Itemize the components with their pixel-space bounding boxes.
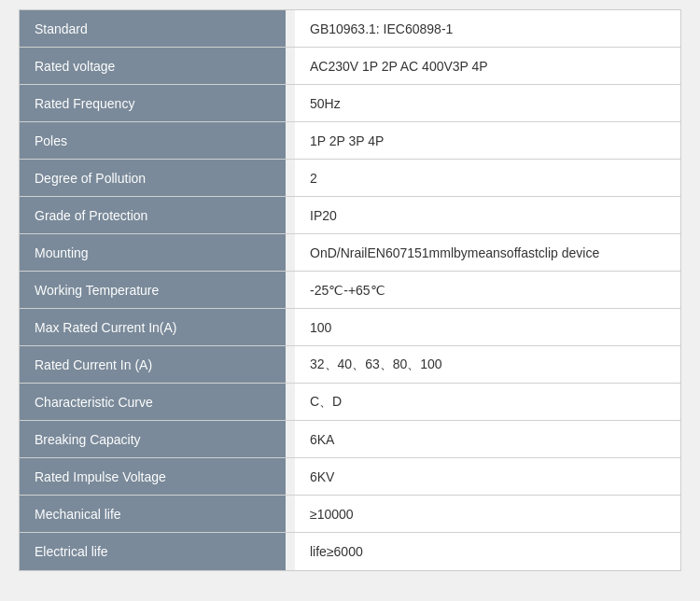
label-degree-of-pollution: Degree of Pollution	[20, 160, 286, 196]
table-row: Rated Current In (A)32、40、63、80、100	[20, 346, 680, 384]
cell-divider	[286, 533, 295, 570]
value-characteristic-curve: C、D	[295, 384, 680, 420]
table-row: Grade of ProtectionIP20	[20, 197, 680, 234]
label-rated-impulse-voltage: Rated Impulse Voltage	[20, 458, 286, 495]
label-poles: Poles	[20, 122, 286, 159]
label-characteristic-curve: Characteristic Curve	[20, 384, 286, 420]
value-mounting: OnD/NrailEN607151mmlbymeansoffastclip de…	[295, 234, 680, 271]
label-breaking-capacity: Breaking Capacity	[20, 421, 286, 457]
cell-divider	[286, 197, 295, 233]
table-row: MountingOnD/NrailEN607151mmlbymeansoffas…	[20, 234, 680, 272]
cell-divider	[286, 122, 295, 159]
value-poles: 1P 2P 3P 4P	[295, 122, 680, 159]
label-mechanical-life: Mechanical life	[20, 496, 286, 532]
value-rated-current-in: 32、40、63、80、100	[295, 346, 680, 383]
value-electrical-life: life≥6000	[295, 533, 680, 570]
table-row: StandardGB10963.1: IEC60898-1	[20, 10, 680, 48]
label-rated-voltage: Rated voltage	[20, 48, 286, 84]
table-row: Characteristic CurveC、D	[20, 384, 680, 421]
label-max-rated-current: Max Rated Current In(A)	[20, 309, 286, 345]
cell-divider	[286, 160, 295, 196]
label-working-temperature: Working Temperature	[20, 272, 286, 308]
specs-table: StandardGB10963.1: IEC60898-1Rated volta…	[19, 9, 681, 571]
cell-divider	[286, 272, 295, 308]
value-rated-frequency: 50Hz	[295, 85, 680, 121]
value-max-rated-current: 100	[295, 309, 680, 345]
value-degree-of-pollution: 2	[295, 160, 680, 196]
label-electrical-life: Electrical life	[20, 533, 286, 570]
cell-divider	[286, 384, 295, 420]
table-row: Max Rated Current In(A)100	[20, 309, 680, 346]
table-row: Breaking Capacity 6KA	[20, 421, 680, 458]
cell-divider	[286, 309, 295, 345]
value-grade-of-protection: IP20	[295, 197, 680, 233]
table-row: Rated Impulse Voltage6KV	[20, 458, 680, 496]
value-rated-voltage: AC230V 1P 2P AC 400V3P 4P	[295, 48, 680, 84]
cell-divider	[286, 421, 295, 457]
table-row: Poles1P 2P 3P 4P	[20, 122, 680, 160]
cell-divider	[286, 85, 295, 121]
value-working-temperature: -25℃-+65℃	[295, 272, 680, 308]
value-rated-impulse-voltage: 6KV	[295, 458, 680, 495]
label-rated-current-in: Rated Current In (A)	[20, 346, 286, 383]
table-row: Working Temperature-25℃-+65℃	[20, 272, 680, 309]
cell-divider	[286, 234, 295, 271]
cell-divider	[286, 346, 295, 383]
label-mounting: Mounting	[20, 234, 286, 271]
table-row: Mechanical life≥10000	[20, 496, 680, 533]
value-standard: GB10963.1: IEC60898-1	[295, 10, 680, 47]
cell-divider	[286, 458, 295, 495]
cell-divider	[286, 48, 295, 84]
value-mechanical-life: ≥10000	[295, 496, 680, 532]
label-rated-frequency: Rated Frequency	[20, 85, 286, 121]
table-row: Electrical lifelife≥6000	[20, 533, 680, 570]
label-standard: Standard	[20, 10, 286, 47]
cell-divider	[286, 10, 295, 47]
table-row: Rated voltageAC230V 1P 2P AC 400V3P 4P	[20, 48, 680, 85]
table-row: Rated Frequency50Hz	[20, 85, 680, 122]
cell-divider	[286, 496, 295, 532]
table-row: Degree of Pollution2	[20, 160, 680, 197]
label-grade-of-protection: Grade of Protection	[20, 197, 286, 233]
value-breaking-capacity: 6KA	[295, 421, 680, 457]
